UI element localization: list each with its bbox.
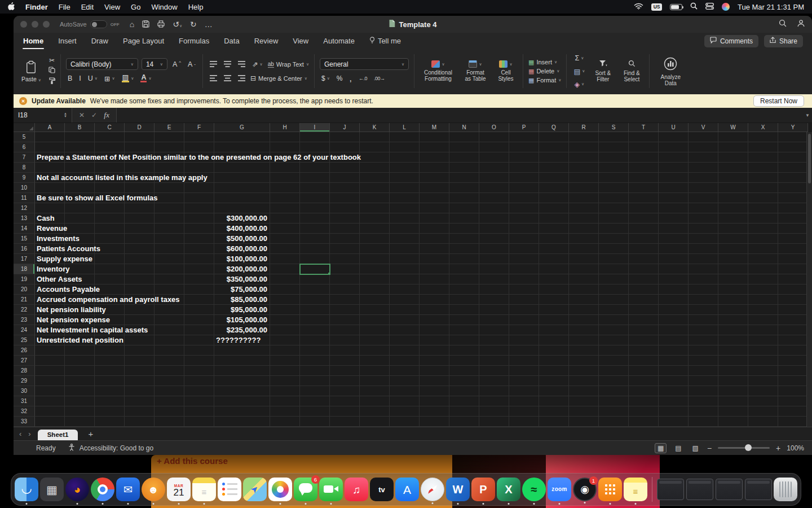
cell-A25[interactable]: Unrestricted net position [35,335,65,345]
cell-U6[interactable] [659,142,689,152]
cell-I6[interactable] [300,142,330,152]
currency-format-button[interactable]: $∨ [320,73,332,84]
cell-M21[interactable] [420,295,449,305]
cell-H15[interactable] [270,234,300,244]
dock-facetime-icon[interactable] [319,478,343,501]
cell-I14[interactable] [300,224,330,234]
cell-R6[interactable] [569,142,599,152]
cell-M11[interactable] [420,193,449,203]
cell-N9[interactable] [449,173,479,183]
cell-H19[interactable] [270,274,300,284]
cell-O21[interactable] [479,295,509,305]
cell-X28[interactable] [748,366,778,376]
restart-now-button[interactable]: Restart Now [753,95,804,107]
cell-A23[interactable]: Net pension expense [35,315,65,325]
cell-T22[interactable] [629,305,659,315]
cell-D25[interactable] [125,335,155,345]
cell-R9[interactable] [569,173,599,183]
cell-Q29[interactable] [539,376,569,386]
cell-Q9[interactable] [539,173,569,183]
conditional-formatting-button[interactable]: ∨ Conditional Formatting [420,60,457,82]
cell-T25[interactable] [629,335,659,345]
comments-button[interactable]: Comments [704,35,758,47]
dock-powerpoint-icon[interactable]: P [471,478,495,501]
cell-K6[interactable] [360,142,390,152]
column-header-L[interactable]: L [390,123,420,132]
cell-U9[interactable] [659,173,689,183]
cell-T21[interactable] [629,295,659,305]
dock-excel-icon[interactable]: X [497,478,520,501]
cell-W19[interactable] [718,274,748,284]
font-size-select[interactable]: 14∨ [142,58,167,70]
cell-H33[interactable] [270,417,300,427]
cell-T19[interactable] [629,274,659,284]
cell-R16[interactable] [569,244,599,254]
cell-I24[interactable] [300,325,330,335]
cell-F8[interactable] [184,163,214,173]
bold-button[interactable]: B [66,73,74,84]
cell-N28[interactable] [449,366,479,376]
dock-reminders-icon[interactable] [218,478,241,501]
cell-O26[interactable] [479,345,509,356]
cell-T6[interactable] [629,142,659,152]
cell-I18[interactable] [300,264,330,274]
cell-V28[interactable] [689,366,718,376]
cell-Q23[interactable] [539,315,569,325]
cell-S21[interactable] [599,295,629,305]
cell-F6[interactable] [184,142,214,152]
number-format-select[interactable]: General∨ [320,58,409,70]
cell-I30[interactable] [300,386,330,396]
cell-A18[interactable]: Inventory [35,264,65,274]
cell-G16[interactable]: $600,000.00 [214,244,270,254]
cell-S24[interactable] [599,325,629,335]
cell-E15[interactable] [155,234,184,244]
cell-N33[interactable] [449,417,479,427]
cell-S9[interactable] [599,173,629,183]
control-center-icon[interactable] [705,3,714,11]
cell-A24[interactable]: Net Investment in capital assets [35,325,65,335]
vertical-scrollbar[interactable] [806,132,812,427]
cell-J8[interactable] [330,163,360,173]
tab-home[interactable]: Home [23,34,44,47]
cell-P21[interactable] [509,295,539,305]
row-header-11[interactable]: 11 [14,193,35,203]
cell-T5[interactable] [629,132,659,142]
cell-A9[interactable]: Not all accounts listed in this example … [35,173,65,183]
cell-H26[interactable] [270,345,300,356]
cell-T12[interactable] [629,203,659,213]
cell-M7[interactable] [420,152,449,163]
cell-U10[interactable] [659,183,689,193]
cell-V15[interactable] [689,234,718,244]
cell-O19[interactable] [479,274,509,284]
cell-Q22[interactable] [539,305,569,315]
cell-Y20[interactable] [778,284,808,295]
cell-Q28[interactable] [539,366,569,376]
cell-E12[interactable] [155,203,184,213]
cell-A7[interactable]: Prepare a Statement of Net Position simi… [35,152,65,163]
cell-Y5[interactable] [778,132,808,142]
cell-E8[interactable] [155,163,184,173]
cell-Q20[interactable] [539,284,569,295]
accessibility-status[interactable]: Accessibility: Good to go [80,444,153,452]
row-header-16[interactable]: 16 [14,244,35,254]
cell-F11[interactable] [184,193,214,203]
cell-I19[interactable] [300,274,330,284]
row-header-23[interactable]: 23 [14,315,35,325]
cell-O7[interactable] [479,152,509,163]
cell-A10[interactable] [35,183,65,193]
cell-V18[interactable] [689,264,718,274]
cell-Q7[interactable] [539,152,569,163]
cell-W18[interactable] [718,264,748,274]
cell-D14[interactable] [125,224,155,234]
cell-Y12[interactable] [778,203,808,213]
cell-N16[interactable] [449,244,479,254]
cell-O11[interactable] [479,193,509,203]
cell-X14[interactable] [748,224,778,234]
column-header-G[interactable]: G [214,123,270,132]
align-top-icon[interactable] [208,59,219,70]
cell-R18[interactable] [569,264,599,274]
cell-J32[interactable] [330,406,360,417]
cell-G11[interactable] [214,193,270,203]
cell-D18[interactable] [125,264,155,274]
row-header-29[interactable]: 29 [14,376,35,386]
